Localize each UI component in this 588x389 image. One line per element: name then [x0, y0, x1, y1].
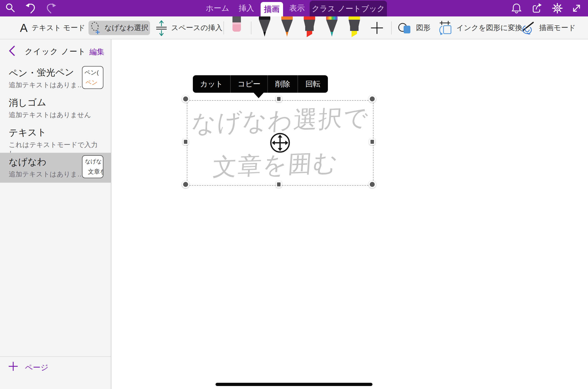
tab-insert[interactable]: 挿入 [236, 0, 257, 16]
plus-icon [9, 362, 18, 371]
draw-toolbar: A テキスト モード なげなわ選択 スペースの挿入 図形 インクを図形に変換 [0, 16, 588, 39]
tab-home[interactable]: ホーム [202, 0, 233, 16]
ink-to-shape-button[interactable]: インクを図形に変換 [438, 16, 522, 39]
move-arrows-icon [269, 132, 291, 154]
menu-item-delete[interactable]: 削除 [268, 75, 297, 93]
shapes-button[interactable]: 図形 [398, 16, 431, 39]
shapes-icon [398, 21, 412, 35]
pen-black[interactable] [258, 16, 271, 39]
fullscreen-expand-icon[interactable] [571, 3, 582, 14]
eraser-icon [232, 16, 241, 32]
insert-space-button[interactable]: スペースの挿入 [156, 16, 222, 39]
insert-space-icon [156, 20, 167, 36]
tab-class-notebook[interactable]: クラス ノートブック [310, 1, 387, 16]
page-thumbnail: ペン( ペン [82, 66, 103, 89]
pen-orange[interactable] [281, 16, 294, 39]
yellow-highlighter-icon [348, 16, 361, 38]
page-subtitle: 追加テキストはありま… [9, 80, 84, 89]
resize-handle-top-left[interactable] [182, 95, 189, 103]
edit-button[interactable]: 編集 [89, 47, 104, 57]
insert-space-label: スペースの挿入 [171, 23, 222, 33]
rainbow-pen-icon [325, 16, 338, 38]
page-list-sidebar: クイック ノート 編集 ペン・蛍光ペン 追加テキストはありま… ペン( ペン 消… [0, 39, 111, 389]
top-app-bar: ホーム 挿入 描画 表示 クラス ノートブック [0, 0, 588, 16]
lasso-icon [90, 21, 101, 35]
ink-to-shape-label: インクを図形に変換 [456, 23, 522, 33]
resize-handle-bottom-right[interactable] [368, 181, 376, 188]
ink-to-shape-icon [438, 21, 452, 35]
text-mode-button[interactable]: A テキスト モード [20, 16, 85, 39]
thumb-ink-line: なげな [85, 158, 102, 165]
highlighter-red[interactable] [303, 16, 316, 39]
menu-item-copy[interactable]: コピー [231, 75, 267, 93]
page-item-eraser[interactable]: 消しゴム 追加テキストはありません [0, 93, 111, 123]
selection-context-menu: カット コピー 削除 回転 [193, 75, 328, 93]
share-icon[interactable] [532, 3, 543, 14]
page-subtitle: 追加テキストはありま… [9, 170, 84, 179]
pen-rainbow[interactable] [325, 16, 338, 39]
page-thumbnail: なげな 文章を [82, 155, 103, 178]
context-menu-caret [253, 92, 264, 98]
red-highlighter-icon [303, 16, 316, 38]
toolbar-divider [223, 21, 224, 34]
sidebar-footer-divider [0, 356, 111, 357]
tab-draw[interactable]: 描画 [261, 2, 283, 16]
plus-icon [371, 22, 383, 34]
page-title: 消しゴム [9, 96, 46, 109]
tab-view[interactable]: 表示 [287, 0, 307, 16]
add-page-label: ページ [25, 362, 48, 373]
sidebar-header: クイック ノート 編集 [0, 39, 111, 62]
toolbar-divider [391, 21, 392, 34]
orange-pen-icon [281, 16, 294, 38]
resize-handle-bottom[interactable] [276, 181, 282, 188]
toolbar-divider [251, 21, 251, 34]
draw-mode-label: 描画モード [539, 23, 576, 33]
shapes-label: 図形 [416, 23, 431, 33]
text-mode-icon: A [20, 21, 28, 35]
settings-gear-icon[interactable] [552, 3, 563, 14]
page-title: なげなわ [9, 156, 47, 169]
add-page-button[interactable]: ページ [0, 359, 111, 374]
notifications-bell-icon[interactable] [511, 3, 522, 14]
eraser-tool[interactable] [232, 16, 241, 33]
page-item-pen-highlighter[interactable]: ペン・蛍光ペン 追加テキストはありま… ペン( ペン [0, 64, 111, 93]
lasso-select-button[interactable]: なげなわ選択 [88, 21, 150, 35]
thumb-ink-line: ペン [85, 78, 98, 86]
resize-handle-left[interactable] [183, 139, 189, 145]
resize-handle-top[interactable] [276, 96, 282, 102]
home-indicator[interactable] [216, 383, 372, 386]
text-mode-label: テキスト モード [32, 23, 85, 33]
note-canvas[interactable]: なげなわ選択で 文章を囲む カット コピー 削除 回転 [112, 39, 588, 389]
highlighter-yellow[interactable] [348, 16, 361, 39]
ribbon-tabs: ホーム 挿入 描画 表示 クラス ノートブック [0, 0, 588, 16]
add-pen-button[interactable] [371, 22, 383, 35]
lasso-select-label: なげなわ選択 [104, 23, 148, 33]
resize-handle-bottom-left[interactable] [182, 181, 189, 188]
menu-item-cut[interactable]: カット [193, 75, 230, 93]
draw-mode-hand-pen-icon [520, 21, 535, 35]
page-title: テキスト [9, 126, 47, 139]
thumb-ink-line: 文章を [88, 168, 103, 176]
draw-mode-button[interactable]: 描画モード [520, 16, 576, 39]
resize-handle-right[interactable] [369, 139, 375, 145]
page-subtitle: 追加テキストはありません [9, 110, 91, 119]
move-selection-handle[interactable] [269, 132, 291, 154]
thumb-ink-line: ペン( [84, 69, 99, 77]
resize-handle-top-right[interactable] [368, 95, 376, 103]
page-item-text[interactable]: テキスト これはテキストモードで入力し… [0, 123, 111, 153]
menu-item-rotate[interactable]: 回転 [298, 75, 328, 93]
page-item-lasso[interactable]: なげなわ 追加テキストはありま… なげな 文章を [0, 153, 111, 183]
black-pen-icon [258, 16, 271, 38]
page-title: ペン・蛍光ペン [9, 66, 74, 80]
